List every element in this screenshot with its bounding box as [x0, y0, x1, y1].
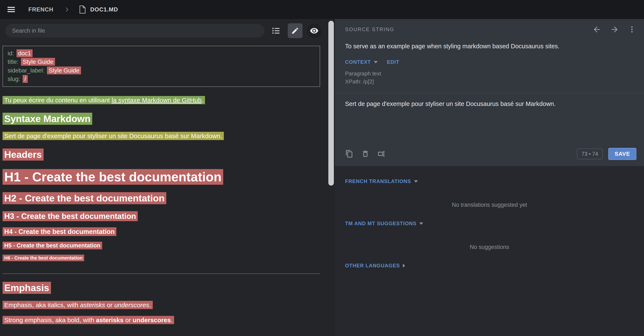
editor-card-header: SOURCE STRING [335, 19, 644, 34]
other-languages-section-header[interactable]: OTHER LANGUAGES [345, 263, 634, 269]
doc-paragraph-strong: Strong emphasis, aka bold, with asterisk… [2, 315, 320, 325]
doc-heading-headers: Headers [2, 149, 320, 160]
doc-heading-markdown: Syntaxe Markdown [2, 113, 320, 124]
doc-paragraph-intro: Tu peux écrire du contenu en utilisant l… [2, 95, 320, 105]
toolbar-right: 73 • 74 SAVE [577, 148, 636, 160]
context-toggle[interactable]: CONTEXT [345, 59, 378, 65]
untranslated-string[interactable]: Emphasis [2, 282, 51, 294]
frontmatter-value-string[interactable]: Style Guide [47, 67, 81, 74]
translations-empty-state: No translations suggested yet [345, 202, 634, 208]
frontmatter-line: title:Style Guide [8, 58, 315, 66]
breadcrumb-language[interactable]: FRENCH [28, 6, 54, 13]
frontmatter-key: sidebar_label: [8, 67, 44, 74]
french-translations-section-header[interactable]: FRENCH TRANSLATIONS [345, 178, 634, 184]
untranslated-string[interactable]: Headers [2, 148, 44, 160]
other-languages-label: OTHER LANGUAGES [345, 263, 400, 269]
translated-string[interactable]: Tu peux écrire du contenu en utilisant l… [2, 96, 205, 104]
untranslated-string[interactable]: H4 - Create the best documentation [2, 227, 116, 236]
context-row: CONTEXT EDIT [335, 50, 644, 65]
untranslated-string[interactable]: H1 - Create the best documentation [2, 169, 223, 185]
doc-heading-h2: H2 - Create the best documentation [2, 193, 320, 204]
edit-context-link[interactable]: EDIT [387, 59, 400, 65]
frontmatter-key: id: [8, 50, 14, 57]
tm-mt-label: TM AND MT SUGGESTIONS [345, 221, 416, 227]
emphasis-text: Emphasis, aka italics, with [4, 301, 80, 308]
left-panel-scrollbar-thumb[interactable] [328, 21, 334, 186]
intro-link[interactable]: la syntaxe Markdown de GitHub [112, 97, 202, 104]
intro-period: . [202, 97, 203, 104]
hamburger-menu-icon[interactable] [6, 5, 16, 15]
chevron-right-icon [64, 6, 70, 13]
translated-string[interactable]: Syntaxe Markdown [2, 113, 92, 125]
frontmatter-line: id:doc1 [8, 49, 315, 58]
search-row [0, 19, 335, 40]
select-text-button[interactable] [375, 147, 388, 160]
main-area: id:doc1 title:Style Guide sidebar_label:… [0, 19, 644, 336]
editor-card: SOURCE STRING To serve as an example pag… [335, 19, 644, 166]
untranslated-string[interactable]: H3 - Create the best documentation [2, 211, 138, 221]
tm-mt-section-header[interactable]: TM AND MT SUGGESTIONS [345, 221, 634, 227]
toolbar-actions [342, 147, 388, 160]
doc-heading-h4: H4 - Create the best documentation [2, 228, 320, 236]
list-view-button[interactable] [269, 23, 284, 38]
strong-text: Strong emphasis, aka bold, with [4, 316, 96, 323]
untranslated-string[interactable]: Strong emphasis, aka bold, with asterisk… [2, 316, 174, 324]
previous-string-button[interactable] [592, 25, 601, 34]
chevron-right-icon [403, 264, 405, 268]
file-icon [79, 6, 86, 14]
emphasis-italic: asterisks [80, 301, 105, 308]
frontmatter-value-string[interactable]: Style Guide [21, 58, 55, 66]
frontmatter-key: title: [8, 59, 18, 65]
emphasis-period: . [149, 301, 151, 308]
chevron-down-icon [414, 180, 418, 183]
intro-text: Tu peux écrire du contenu en utilisant [4, 97, 112, 104]
copy-source-button[interactable] [342, 147, 356, 160]
french-translations-label: FRENCH TRANSLATIONS [345, 178, 411, 184]
editor-toolbar: 73 • 74 SAVE [335, 146, 644, 166]
save-button[interactable]: SAVE [608, 148, 636, 160]
next-string-button[interactable] [610, 25, 619, 34]
context-xpath: XPath: /p[2] [345, 78, 634, 86]
edit-mode-button[interactable] [288, 23, 302, 38]
clear-translation-button[interactable] [358, 147, 372, 160]
trash-icon [361, 150, 370, 158]
strong-text: or [124, 316, 133, 323]
context-info: Paragraph text XPath: /p[2] [335, 65, 644, 93]
source-string-text: To serve as an example page when styling… [335, 34, 644, 50]
untranslated-string[interactable]: H2 - Create the best documentation [2, 192, 166, 204]
chevron-down-icon [419, 222, 423, 225]
doc-paragraph-emphasis: Emphasis, aka italics, with asterisks or… [2, 300, 320, 310]
emphasis-text: or [105, 301, 114, 308]
chevron-down-icon [374, 61, 378, 63]
vertical-dots-icon [628, 26, 636, 34]
context-label: CONTEXT [345, 59, 371, 65]
untranslated-string[interactable]: H5 - Create the best documentation [2, 242, 102, 249]
topbar: FRENCH DOC1.MD [0, 0, 644, 19]
frontmatter-line: slug:/ [8, 75, 315, 83]
frontmatter-value-string[interactable]: / [23, 75, 28, 83]
doc-horizontal-rule [2, 273, 320, 274]
character-counter: 73 • 74 [577, 148, 603, 159]
strong-period: . [171, 316, 172, 323]
doc-heading-h1: H1 - Create the best documentation [2, 170, 320, 184]
eye-icon [310, 26, 318, 35]
active-string[interactable]: Sert de page d'exemple pour styliser un … [2, 132, 224, 140]
left-panel: id:doc1 title:Style Guide sidebar_label:… [0, 19, 335, 336]
untranslated-string[interactable]: Emphasis, aka italics, with asterisks or… [2, 301, 153, 309]
more-options-button[interactable] [628, 26, 636, 34]
context-type: Paragraph text [345, 70, 634, 78]
left-panel-scrollbar-track[interactable] [327, 19, 335, 336]
translation-input[interactable]: Sert de page d'exemple pour styliser un … [335, 93, 644, 146]
doc-heading-h3: H3 - Create the best documentation [2, 212, 320, 221]
untranslated-string[interactable]: H6 - Create the best documentation [2, 255, 84, 261]
breadcrumb-file[interactable]: DOC1.MD [90, 6, 118, 13]
doc-paragraph-example: Sert de page d'exemple pour styliser un … [2, 131, 320, 141]
source-string-label: SOURCE STRING [345, 27, 394, 32]
frontmatter-value-string[interactable]: doc1 [16, 49, 33, 57]
preview-mode-button[interactable] [307, 23, 322, 38]
frontmatter-key: slug: [8, 76, 20, 82]
strong-bold: asterisks [96, 316, 124, 323]
search-input[interactable] [5, 24, 264, 38]
tm-empty-state: No suggestions [345, 244, 634, 250]
doc-heading-h5: H5 - Create the best documentation [2, 242, 320, 249]
